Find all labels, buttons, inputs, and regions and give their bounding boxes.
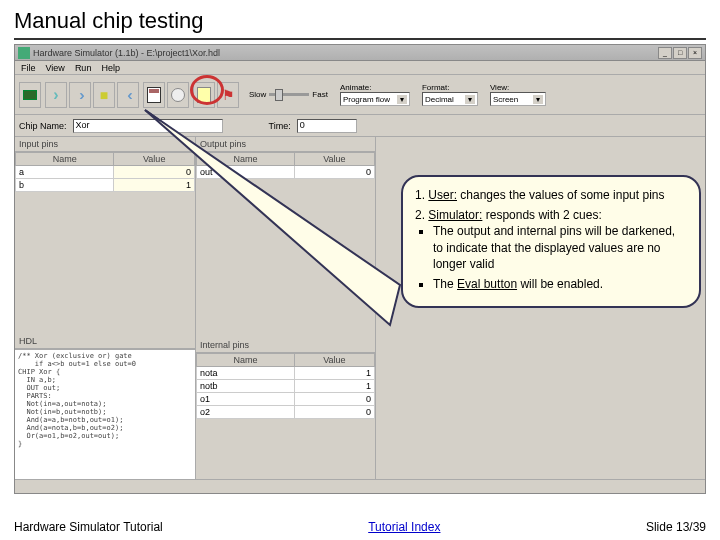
- titlebar: Hardware Simulator (1.1b) - E:\project1\…: [15, 45, 705, 61]
- table-row: out0: [197, 166, 375, 179]
- slide-number: Slide 13/39: [646, 520, 706, 534]
- input-pins-table: NameValue a0 b1: [15, 152, 195, 192]
- chip-name-field[interactable]: Xor: [73, 119, 223, 133]
- time-label: Time:: [269, 121, 291, 131]
- load-chip-button[interactable]: [19, 82, 41, 108]
- step-icon: ›: [53, 86, 58, 104]
- clock-icon: [171, 88, 185, 102]
- slide-title: Manual chip testing: [0, 0, 720, 38]
- slide-footer: Hardware Simulator Tutorial Tutorial Ind…: [14, 520, 706, 534]
- format-label: Format:: [422, 83, 478, 92]
- run-icon: ››: [79, 87, 80, 103]
- table-row: a0: [16, 166, 195, 179]
- col-value: Value: [294, 354, 374, 367]
- table-row: o10: [197, 393, 375, 406]
- table-row: o20: [197, 406, 375, 419]
- maximize-button[interactable]: □: [673, 47, 687, 59]
- table-row: nota1: [197, 367, 375, 380]
- col-name: Name: [16, 153, 114, 166]
- speed-slider[interactable]: [269, 93, 309, 96]
- col-value: Value: [294, 153, 374, 166]
- menu-file[interactable]: File: [21, 63, 36, 73]
- col-name: Name: [197, 153, 295, 166]
- title-rule: [14, 38, 706, 40]
- script-button[interactable]: [193, 82, 215, 108]
- internal-pins-header: Internal pins: [196, 338, 375, 353]
- run-button[interactable]: ››: [69, 82, 91, 108]
- tutorial-index-link[interactable]: Tutorial Index: [368, 520, 440, 534]
- time-field: 0: [297, 119, 357, 133]
- col-name: Name: [197, 354, 295, 367]
- format-select[interactable]: Decimal▾: [422, 92, 478, 106]
- output-pins-header: Output pins: [196, 137, 375, 152]
- chip-icon: [23, 90, 37, 100]
- hdl-header: HDL: [15, 334, 195, 349]
- titlebar-title: Hardware Simulator (1.1b) - E:\project1\…: [33, 48, 658, 58]
- animate-select[interactable]: Program flow▾: [340, 92, 410, 106]
- flag-icon: ⚑: [222, 87, 235, 103]
- breakpoint-button[interactable]: ⚑: [217, 82, 239, 108]
- view-label: View:: [490, 83, 546, 92]
- animate-label: Animate:: [340, 83, 410, 92]
- stop-button[interactable]: ■: [93, 82, 115, 108]
- chip-name-label: Chip Name:: [19, 121, 67, 131]
- footer-left: Hardware Simulator Tutorial: [14, 520, 163, 534]
- chevron-down-icon: ▾: [533, 95, 543, 104]
- view-select[interactable]: Screen▾: [490, 92, 546, 106]
- calculator-icon: [147, 87, 161, 103]
- chevron-down-icon: ▾: [397, 95, 407, 104]
- menu-view[interactable]: View: [46, 63, 65, 73]
- table-row: b1: [16, 179, 195, 192]
- toolbar: › ›› ■ ‹‹ ⚑ Slow Fast Animate: Program f…: [15, 75, 705, 115]
- input-pins-header: Input pins: [15, 137, 195, 152]
- col-value: Value: [114, 153, 195, 166]
- infobar: Chip Name: Xor Time: 0: [15, 115, 705, 137]
- hdl-source: /** Xor (exclusive or) gate if a<>b out=…: [15, 349, 195, 479]
- menubar: File View Run Help: [15, 61, 705, 75]
- rewind-button[interactable]: ‹‹: [117, 82, 139, 108]
- slow-label: Slow: [249, 90, 266, 99]
- minimize-button[interactable]: _: [658, 47, 672, 59]
- output-pins-table: NameValue out0: [196, 152, 375, 179]
- script-icon: [197, 87, 211, 103]
- close-button[interactable]: ×: [688, 47, 702, 59]
- rewind-icon: ‹‹: [127, 87, 128, 103]
- chevron-down-icon: ▾: [465, 95, 475, 104]
- internal-pins-table: NameValue nota1 notb1 o10 o20: [196, 353, 375, 419]
- tick-button[interactable]: [167, 82, 189, 108]
- stop-icon: ■: [100, 87, 108, 103]
- fast-label: Fast: [312, 90, 328, 99]
- table-row: notb1: [197, 380, 375, 393]
- step-button[interactable]: ›: [45, 82, 67, 108]
- instruction-callout: 1. User: changes the values of some inpu…: [401, 175, 701, 308]
- app-window: Hardware Simulator (1.1b) - E:\project1\…: [14, 44, 706, 494]
- menu-help[interactable]: Help: [101, 63, 120, 73]
- eval-button[interactable]: [143, 82, 165, 108]
- menu-run[interactable]: Run: [75, 63, 92, 73]
- app-icon: [18, 47, 30, 59]
- statusbar: [15, 479, 705, 493]
